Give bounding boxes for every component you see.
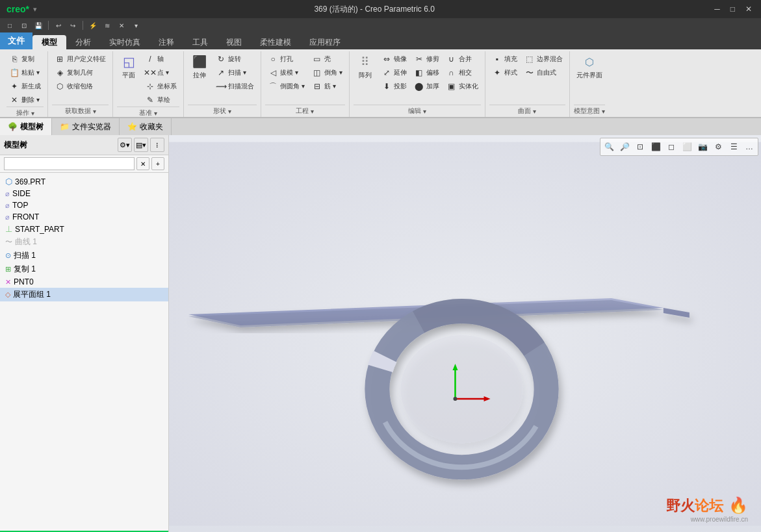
vp-zoom-in-btn[interactable]: 🔍 — [602, 140, 616, 154]
window-controls[interactable]: ─ □ ✕ — [712, 5, 755, 14]
delete-btn[interactable]: ✕删除 ▾ — [6, 94, 44, 107]
extrude-btn[interactable]: ⬛ 拉伸 — [188, 53, 211, 81]
vp-more-btn[interactable]: … — [742, 140, 756, 154]
tree-item-startpart[interactable]: ⊥ START_PART — [0, 223, 168, 235]
group-surface-label[interactable]: 曲面 ▾ — [489, 105, 565, 117]
hole-btn[interactable]: ○打孔 — [265, 53, 307, 66]
tab-model[interactable]: 模型 — [32, 35, 66, 49]
extend-btn[interactable]: ⤢延伸 — [379, 66, 409, 79]
user-feature-btn[interactable]: ⊞用户定义特征 — [52, 53, 109, 66]
tree-item-flatten1[interactable]: ◇ 展平面组 1 — [0, 288, 168, 301]
tree-item-sweep1[interactable]: ⊙ 扫描 1 — [0, 249, 168, 262]
qb-new-btn[interactable]: □ — [4, 19, 16, 31]
qb-undo-btn[interactable]: ↩ — [53, 19, 64, 31]
point-btn[interactable]: ✕✕点 ▾ — [142, 66, 179, 79]
chamfer-btn[interactable]: ◫倒角 ▾ — [309, 66, 345, 79]
qb-open-btn[interactable]: ⊡ — [18, 19, 30, 31]
file-menu[interactable]: 文件 — [0, 32, 32, 49]
vp-camera-btn[interactable]: 📷 — [695, 140, 710, 154]
project-btn[interactable]: ⬇投影 — [379, 80, 409, 93]
group-modelintent-label[interactable]: 模型意图 ▾ — [574, 105, 605, 117]
viewport[interactable]: 🔍 🔎 ⊡ ⬛ ◻ ⬜ 📷 ⚙ ☰ … — [169, 135, 761, 532]
sub-tab-filebrowser[interactable]: 📁 文件实览器 — [52, 118, 120, 135]
vp-zoom-out-btn[interactable]: 🔎 — [617, 140, 632, 154]
minimize-btn[interactable]: ─ — [712, 5, 723, 14]
merge-btn[interactable]: ∪合并 — [444, 53, 481, 66]
search-input[interactable] — [4, 157, 135, 170]
sketch-btn[interactable]: ✎草绘 — [142, 94, 179, 107]
sidebar-filter-btn[interactable]: ⫶ — [150, 138, 164, 152]
tree-item-pattern1[interactable]: ⊞ 复制 1 — [0, 262, 168, 276]
search-add-btn[interactable]: + — [151, 157, 164, 170]
pattern-btn[interactable]: ⠿ 阵列 — [354, 53, 377, 81]
qb-redo-btn[interactable]: ↪ — [67, 19, 79, 31]
trim-btn[interactable]: ✂修剪 — [411, 53, 442, 66]
maximize-btn[interactable]: □ — [728, 5, 738, 14]
item-icon-startpart: ⊥ — [5, 224, 12, 234]
group-actions-label[interactable]: 操作 ▾ — [6, 107, 44, 119]
shrinkwrap-icon: ⬡ — [55, 81, 65, 92]
qb-regen-btn[interactable]: ⚡ — [87, 19, 99, 31]
group-datum-label[interactable]: 基准 ▾ — [117, 107, 179, 119]
draft-btn[interactable]: ◁拔模 ▾ — [265, 66, 307, 79]
vp-menu-btn[interactable]: ☰ — [727, 140, 741, 154]
group-edit-label[interactable]: 编辑 ▾ — [354, 105, 481, 117]
copy-geom-btn[interactable]: ◈复制几何 — [52, 66, 109, 79]
close-btn[interactable]: ✕ — [743, 5, 755, 14]
tree-item-curve1[interactable]: 〜 曲线 1 — [0, 235, 168, 249]
sweepblend-btn[interactable]: ⟿扫描混合 — [213, 80, 257, 93]
qb-sep1 — [48, 21, 49, 30]
sidebar-settings-btn[interactable]: ⚙▾ — [118, 138, 132, 152]
solidify-btn[interactable]: ▣实体化 — [444, 80, 481, 93]
offset-btn[interactable]: ◧偏移 — [411, 66, 442, 79]
tab-annotation[interactable]: 注释 — [149, 35, 183, 49]
mirror-btn[interactable]: ⇔镜像 — [379, 53, 409, 66]
vp-view1-btn[interactable]: ◻ — [664, 140, 678, 154]
group-getdata-label[interactable]: 获取数据 ▾ — [52, 105, 109, 117]
qb-misc1-btn[interactable]: ≋ — [101, 19, 113, 31]
tree-item-side[interactable]: ⌀ SIDE — [0, 188, 168, 199]
shell-btn[interactable]: ▭壳 — [309, 53, 345, 66]
group-engineering-label[interactable]: 工程 ▾ — [265, 105, 345, 117]
plane-btn[interactable]: ◱ 平面 — [117, 53, 140, 81]
thicken-btn[interactable]: ⬤加厚 — [411, 80, 442, 93]
tab-simulation[interactable]: 实时仿真 — [100, 35, 149, 49]
tab-flex[interactable]: 柔性建模 — [251, 35, 300, 49]
fill-btn[interactable]: ▪填充 — [489, 53, 520, 66]
tree-item-369prt[interactable]: ⬡ 369.PRT — [0, 175, 168, 188]
vp-zoom-area-btn[interactable]: ⊡ — [633, 140, 647, 154]
newgen-btn[interactable]: ✦新生成 — [6, 80, 44, 93]
sub-tab-favorites[interactable]: ⭐ 收藏夹 — [120, 118, 172, 135]
axis-btn[interactable]: /轴 — [142, 53, 179, 66]
tab-tools[interactable]: 工具 — [183, 35, 217, 49]
freestyle-btn[interactable]: 〜自由式 — [522, 66, 565, 79]
csys-btn[interactable]: ⊹坐标系 — [142, 80, 179, 93]
sidebar-columns-btn[interactable]: ▤▾ — [134, 138, 148, 152]
shrinkwrap-btn[interactable]: ⬡收缩包络 — [52, 80, 109, 93]
style-btn[interactable]: ✦样式 — [489, 66, 520, 79]
tab-view[interactable]: 视图 — [217, 35, 251, 49]
tab-apps[interactable]: 应用程序 — [300, 35, 350, 49]
tab-analysis[interactable]: 分析 — [66, 35, 100, 49]
qb-save-btn[interactable]: 💾 — [32, 19, 44, 31]
rib-btn[interactable]: ⊟筋 ▾ — [309, 80, 345, 93]
group-shape-label[interactable]: 形状 ▾ — [188, 105, 257, 117]
sweep-btn[interactable]: ↗扫描 ▾ — [213, 66, 257, 79]
vp-view2-btn[interactable]: ⬜ — [680, 140, 694, 154]
intersect-btn[interactable]: ∩相交 — [444, 66, 481, 79]
vp-fit-btn[interactable]: ⬛ — [649, 140, 663, 154]
tree-item-pnt0[interactable]: ✕ PNT0 — [0, 276, 168, 288]
round-btn[interactable]: ⌒倒圆角 ▾ — [265, 80, 307, 93]
revolve-btn[interactable]: ↻旋转 — [213, 53, 257, 66]
search-clear-btn[interactable]: ✕ — [136, 157, 149, 170]
qb-dropdown-btn[interactable]: ▾ — [130, 19, 142, 31]
qb-close-btn[interactable]: ✕ — [116, 19, 127, 31]
sub-tab-modeltree[interactable]: 🌳 模型树 — [0, 118, 52, 135]
vp-settings-btn[interactable]: ⚙ — [711, 140, 725, 154]
component-interface-btn[interactable]: ⬡ 元件界面 — [574, 53, 605, 81]
paste-btn[interactable]: 📋粘贴 ▾ — [6, 66, 44, 79]
copy-btn[interactable]: ⎘复制 — [6, 53, 44, 66]
tree-item-front[interactable]: ⌀ FRONT — [0, 211, 168, 223]
tree-item-top[interactable]: ⌀ TOP — [0, 199, 168, 211]
boundaryblend-btn[interactable]: ⬚边界混合 — [522, 53, 565, 66]
